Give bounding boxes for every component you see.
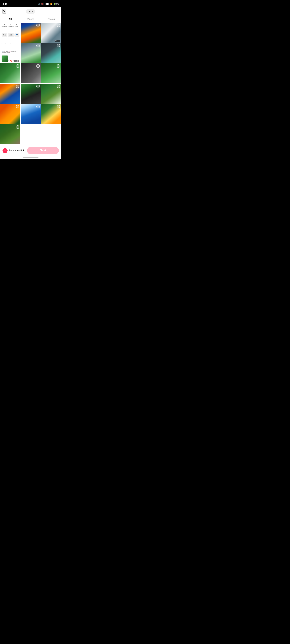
select-circle[interactable] (16, 84, 19, 88)
camera-icon: 📹 (38, 3, 40, 5)
profile-bio: love adventure!!! (2, 43, 19, 45)
select-circle[interactable] (16, 105, 19, 108)
stat-followers: 0 Followers (8, 24, 14, 27)
select-circle[interactable] (16, 64, 19, 68)
media-cell[interactable] (0, 63, 20, 83)
media-cell[interactable] (41, 84, 61, 104)
filter-label: All (28, 10, 31, 13)
status-bar: 6:42 📹 🔇 ▌▌▌▌▌ 📶 🔋89% (0, 0, 61, 7)
media-cell[interactable] (20, 104, 40, 124)
close-button[interactable]: ✕ (2, 9, 6, 14)
select-circle[interactable] (56, 44, 60, 47)
profile-thumbnail (2, 56, 8, 62)
media-cell[interactable]: 00:37 (41, 23, 61, 42)
media-cell[interactable] (41, 43, 61, 63)
tab-photos[interactable]: Photos (41, 16, 61, 22)
media-cell[interactable] (0, 84, 20, 104)
select-circle[interactable] (56, 24, 60, 27)
tabs-bar: All Videos Photos (0, 16, 61, 22)
select-circle[interactable] (36, 24, 40, 27)
media-cell[interactable] (41, 63, 61, 83)
select-circle[interactable] (56, 84, 60, 88)
select-circle[interactable] (16, 125, 19, 129)
bottom-bar: ✓ Select multiple Next (0, 145, 61, 156)
bookmark-icon: 🔖 (10, 60, 12, 62)
stat-following: 3 Following (2, 24, 7, 27)
video-duration: 00:29 (14, 60, 19, 62)
select-circle[interactable] (36, 84, 40, 88)
wifi-icon: 📶 (50, 3, 52, 5)
media-grid: 3 Following 0 Followers 0 Likes Edit pro… (0, 22, 61, 145)
edit-profile-btn[interactable]: Edit profile (2, 33, 8, 37)
select-circle[interactable] (36, 44, 40, 47)
select-circle[interactable] (56, 105, 60, 108)
mute-icon: 🔇 (41, 3, 43, 5)
media-cell[interactable] (20, 84, 40, 104)
media-cell[interactable] (20, 23, 40, 42)
profile-stats: 3 Following 0 Followers 0 Likes (2, 24, 19, 27)
add-friend-icon[interactable]: 👤+ (14, 33, 19, 37)
next-button[interactable]: Next (27, 147, 59, 154)
select-circle[interactable] (36, 105, 40, 108)
profile-buttons: Edit profile Share profile 👤+ (2, 33, 19, 37)
select-circle[interactable] (56, 64, 60, 68)
select-circle[interactable] (36, 64, 40, 68)
media-cell[interactable] (41, 104, 61, 124)
chevron-down-icon: ▾ (32, 10, 33, 12)
share-profile-btn[interactable]: Share profile (8, 33, 14, 37)
home-bar (23, 158, 38, 158)
tab-videos[interactable]: Videos (20, 16, 41, 22)
media-cell[interactable] (0, 104, 20, 124)
media-cell[interactable] (0, 124, 20, 144)
media-cell[interactable] (20, 63, 40, 83)
header: ✕ All ▾ (0, 7, 61, 16)
signal-icon: ▌▌▌▌▌ (44, 3, 50, 5)
profile-cell[interactable]: 3 Following 0 Followers 0 Likes Edit pro… (0, 23, 20, 63)
filter-dropdown[interactable]: All ▾ (26, 9, 36, 14)
select-multiple-button[interactable]: ✓ Select multiple (2, 148, 25, 153)
check-icon: ✓ (2, 148, 8, 153)
status-time: 6:42 (2, 3, 7, 5)
media-cell[interactable] (20, 43, 40, 63)
tab-all[interactable]: All (0, 16, 20, 22)
home-indicator (0, 156, 61, 159)
status-icons: 📹 🔇 ▌▌▌▌▌ 📶 🔋89% (38, 3, 59, 5)
profile-links: 🛒 Your orders 🩷 Supporting: Save the Chi… (2, 51, 19, 53)
battery-icon: 🔋89% (53, 3, 59, 5)
stat-likes: 0 Likes (15, 24, 18, 27)
select-multiple-label: Select multiple (9, 149, 25, 152)
video-duration: 00:37 (54, 40, 60, 42)
